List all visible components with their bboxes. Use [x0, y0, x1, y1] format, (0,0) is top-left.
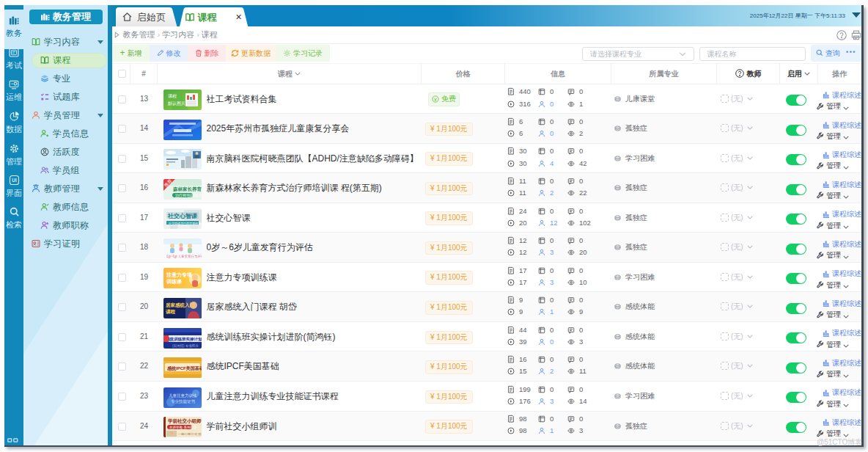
svg-text:默认图片: 默认图片 — [167, 101, 185, 106]
svg-text:(简鸿钰) 专项提升: (简鸿钰) 专项提升 — [172, 343, 199, 347]
svg-text:感统IPCF美国基础: 感统IPCF美国基础 — [166, 365, 202, 371]
svg-text:感统训练班实操计划进阶: 感统训练班实操计划进阶 — [166, 337, 202, 342]
svg-text:居家感统入门: 居家感统入门 — [165, 302, 194, 308]
svg-text:课程: 课程 — [165, 309, 176, 315]
svg-text:注意力专项: 注意力专项 — [166, 271, 192, 278]
svg-text:学前社交小组师训: 学前社交小组师训 — [168, 418, 202, 424]
svg-text:训练课: 训练课 — [166, 279, 182, 285]
svg-text:儿童注意力训练: 儿童注意力训练 — [169, 393, 197, 398]
svg-text:一概/口覆/往前 独立成长: 一概/口覆/往前 独立成长 — [178, 432, 202, 436]
svg-text:社交心智课: 社交心智课 — [167, 213, 197, 219]
svg-text:课程: 课程 — [168, 93, 177, 98]
svg-text:0岁-6岁儿童发育行为评估: 0岁-6岁儿童发育行为评估 — [166, 254, 202, 259]
svg-text:专业技能证书: 专业技能证书 — [171, 399, 196, 404]
svg-text:森林家长养育方式: 森林家长养育方式 — [172, 186, 202, 192]
svg-text:治疗师培训(第五期): 治疗师培训(第五期) — [175, 193, 202, 198]
svg-text:名师带教·系统教学: 名师带教·系统教学 — [169, 425, 197, 430]
svg-text:UI: UI — [12, 178, 17, 183]
